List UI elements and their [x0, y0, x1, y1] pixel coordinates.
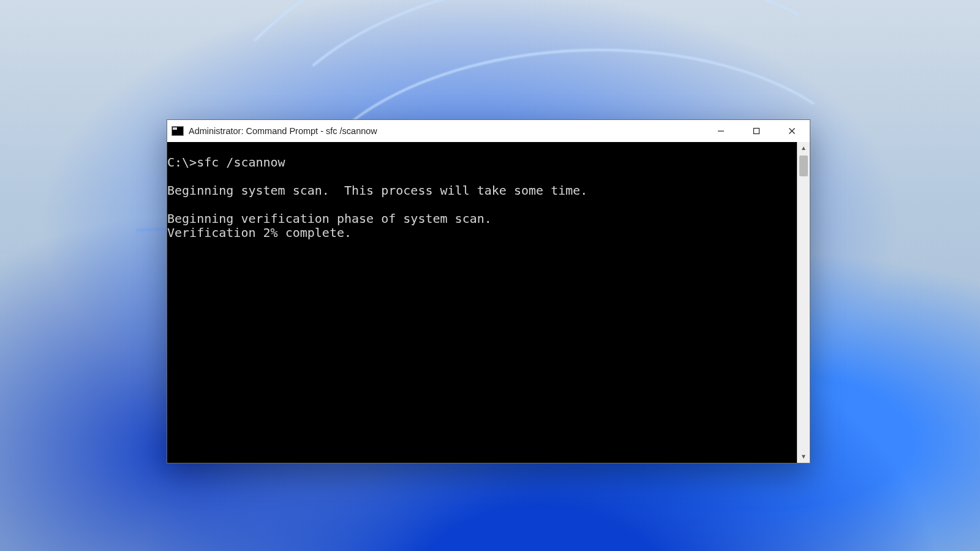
- scrollbar-thumb[interactable]: [799, 156, 808, 176]
- minimize-icon: [717, 127, 725, 135]
- window-controls: [703, 120, 810, 142]
- scrollbar-track[interactable]: [797, 154, 810, 451]
- console-line: Beginning system scan. This process will…: [167, 183, 587, 198]
- window-client-area: C:\>sfc /scannow Beginning system scan. …: [167, 142, 810, 463]
- close-icon: [788, 127, 796, 135]
- console-line: Beginning verification phase of system s…: [167, 211, 492, 226]
- svg-rect-1: [754, 129, 760, 134]
- maximize-icon: [753, 127, 760, 135]
- svg-rect-0: [718, 131, 724, 132]
- close-button[interactable]: [774, 120, 810, 142]
- minimize-button[interactable]: [703, 120, 739, 142]
- vertical-scrollbar[interactable]: ▲ ▼: [797, 142, 810, 463]
- window-title: Administrator: Command Prompt - sfc /sca…: [189, 126, 377, 136]
- scroll-up-button[interactable]: ▲: [797, 142, 810, 154]
- scroll-down-button[interactable]: ▼: [797, 451, 810, 463]
- maximize-button[interactable]: [739, 120, 774, 142]
- cmd-icon: [172, 126, 184, 136]
- console-line: Verification 2% complete.: [167, 225, 352, 240]
- chevron-up-icon: ▲: [801, 145, 807, 151]
- titlebar[interactable]: Administrator: Command Prompt - sfc /sca…: [167, 120, 810, 142]
- chevron-down-icon: ▼: [801, 454, 807, 460]
- prompt: C:\>: [167, 155, 197, 170]
- command-prompt-window: Administrator: Command Prompt - sfc /sca…: [167, 119, 810, 463]
- entered-command: sfc /scannow: [197, 155, 285, 170]
- console-output[interactable]: C:\>sfc /scannow Beginning system scan. …: [167, 142, 797, 463]
